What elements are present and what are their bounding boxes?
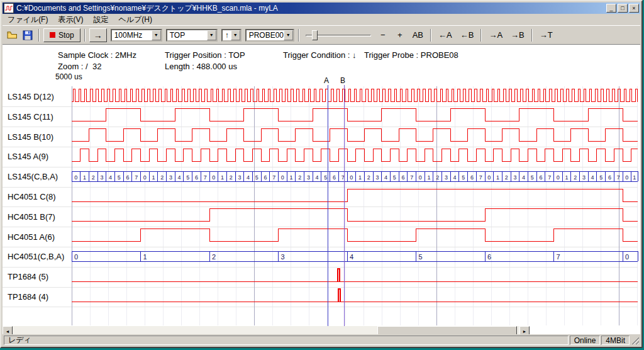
scroll-right-icon[interactable]: ► xyxy=(519,326,530,334)
svg-text:7: 7 xyxy=(272,174,275,181)
svg-text:3: 3 xyxy=(445,174,448,181)
trigger-probe-select[interactable]: PROBE00 ▼ xyxy=(245,29,294,42)
svg-text:2: 2 xyxy=(160,174,164,181)
chevron-down-icon[interactable]: ▼ xyxy=(207,30,216,40)
toolbar-separator xyxy=(84,29,86,42)
trigger-position-select[interactable]: TOP ▼ xyxy=(166,29,218,42)
toolbar-separator xyxy=(430,29,431,42)
toolbar-separator xyxy=(298,29,299,42)
menu-settings[interactable]: 設定 xyxy=(88,14,113,26)
cursor-a-label[interactable]: A xyxy=(324,76,329,85)
run-arrow-icon: → xyxy=(94,30,103,40)
trigger-condition-info: Trigger Condition : ↓ xyxy=(283,50,357,60)
open-file-button[interactable] xyxy=(5,28,19,42)
svg-text:6: 6 xyxy=(126,174,129,181)
svg-text:3: 3 xyxy=(281,253,285,261)
stop-square-icon xyxy=(50,32,55,38)
toolbar-separator xyxy=(38,29,40,42)
svg-text:7: 7 xyxy=(204,174,207,181)
maximize-button[interactable]: □ xyxy=(618,4,628,13)
svg-text:0: 0 xyxy=(487,174,491,181)
svg-text:0: 0 xyxy=(557,174,560,181)
app-window: C:¥Documents and Settings¥noname¥デスクトップ¥… xyxy=(0,0,643,348)
scroll-left-icon[interactable]: ◄ xyxy=(3,326,13,334)
set-cursor-a-button[interactable]: →A xyxy=(486,28,506,42)
svg-text:5: 5 xyxy=(462,174,465,181)
svg-text:5: 5 xyxy=(255,174,258,181)
svg-text:0: 0 xyxy=(419,174,422,181)
svg-text:4: 4 xyxy=(522,174,525,181)
trigger-edge-select[interactable]: ↑ ▼ xyxy=(221,29,242,42)
minimize-button[interactable]: _ xyxy=(606,4,616,13)
svg-text:2: 2 xyxy=(574,174,577,181)
trigger-probe-info: Trigger Probe : PROBE08 xyxy=(364,50,458,60)
horizontal-scrollbar[interactable]: ◄ ► xyxy=(3,326,530,334)
svg-text:5: 5 xyxy=(393,174,396,181)
window-title: C:¥Documents and Settings¥noname¥デスクトップ¥… xyxy=(16,3,605,14)
svg-text:7: 7 xyxy=(479,174,482,181)
goto-cursor-a-button[interactable]: ←A xyxy=(435,28,455,42)
svg-text:7: 7 xyxy=(557,253,560,261)
svg-text:6: 6 xyxy=(401,174,404,181)
svg-text:5: 5 xyxy=(186,174,189,181)
menu-help[interactable]: ヘルプ(H) xyxy=(113,14,157,26)
svg-text:3: 3 xyxy=(169,174,172,181)
svg-text:7: 7 xyxy=(410,174,413,181)
svg-text:1: 1 xyxy=(152,174,155,181)
svg-text:5: 5 xyxy=(419,253,423,261)
cursor-b-label[interactable]: B xyxy=(340,76,345,85)
sample-clock-info: Sample Clock : 2MHz xyxy=(58,50,136,60)
toolbar-separator xyxy=(531,29,533,42)
svg-text:6: 6 xyxy=(264,174,267,181)
slider-thumb[interactable] xyxy=(312,30,318,40)
stop-button[interactable]: Stop xyxy=(43,28,80,42)
svg-text:1: 1 xyxy=(496,174,499,181)
svg-text:7: 7 xyxy=(617,174,620,181)
svg-text:0: 0 xyxy=(625,253,629,261)
menu-file[interactable]: ファイル(F) xyxy=(3,14,53,26)
sample-clock-select[interactable]: 100MHz ▼ xyxy=(111,29,162,42)
svg-text:2: 2 xyxy=(367,174,370,181)
svg-text:6: 6 xyxy=(608,174,611,181)
status-memory: 4MBit xyxy=(601,336,630,345)
trigger-position-info: Trigger Position : TOP xyxy=(165,50,245,60)
scrollbar-thumb[interactable] xyxy=(377,326,517,334)
close-button[interactable]: × xyxy=(629,4,639,13)
svg-text:1: 1 xyxy=(83,174,86,181)
svg-text:2: 2 xyxy=(92,174,95,181)
zoom-slider[interactable] xyxy=(306,28,371,42)
waveform-display[interactable]: 0123456701234567012345670123456701234567… xyxy=(3,85,640,327)
svg-text:2: 2 xyxy=(505,174,508,181)
chevron-down-icon[interactable]: ▼ xyxy=(284,30,293,40)
run-button[interactable]: → xyxy=(89,28,107,42)
chevron-down-icon[interactable]: ▼ xyxy=(152,30,161,40)
svg-text:4: 4 xyxy=(178,174,181,181)
svg-text:6: 6 xyxy=(333,174,336,181)
svg-text:4: 4 xyxy=(247,174,250,181)
svg-text:4: 4 xyxy=(350,253,353,261)
svg-text:3: 3 xyxy=(307,174,310,181)
titlebar[interactable]: C:¥Documents and Settings¥noname¥デスクトップ¥… xyxy=(3,3,640,14)
zoom-out-button[interactable]: − xyxy=(375,28,391,42)
svg-text:2: 2 xyxy=(298,174,301,181)
ab-button[interactable]: AB xyxy=(409,28,426,42)
goto-cursor-b-button[interactable]: ←B xyxy=(457,28,477,42)
zoom-info: Zoom : / 32 xyxy=(58,62,101,71)
svg-text:0: 0 xyxy=(74,174,77,181)
set-cursor-b-button[interactable]: →B xyxy=(508,28,528,42)
svg-text:0: 0 xyxy=(281,174,284,181)
menu-view[interactable]: 表示(V) xyxy=(53,14,88,26)
save-button[interactable] xyxy=(21,28,35,42)
svg-text:2: 2 xyxy=(436,174,439,181)
zoom-in-button[interactable]: + xyxy=(392,28,408,42)
svg-text:5: 5 xyxy=(599,174,602,181)
svg-text:4: 4 xyxy=(591,174,594,181)
goto-trigger-button[interactable]: →T xyxy=(536,28,556,42)
scrollbar-track[interactable] xyxy=(13,326,519,334)
resize-grip-icon[interactable] xyxy=(631,336,639,344)
length-info: Length : 488.000 us xyxy=(165,62,237,71)
svg-text:1: 1 xyxy=(221,174,224,181)
app-icon xyxy=(4,3,14,13)
svg-text:3: 3 xyxy=(375,174,379,181)
chevron-down-icon[interactable]: ▼ xyxy=(231,30,240,40)
